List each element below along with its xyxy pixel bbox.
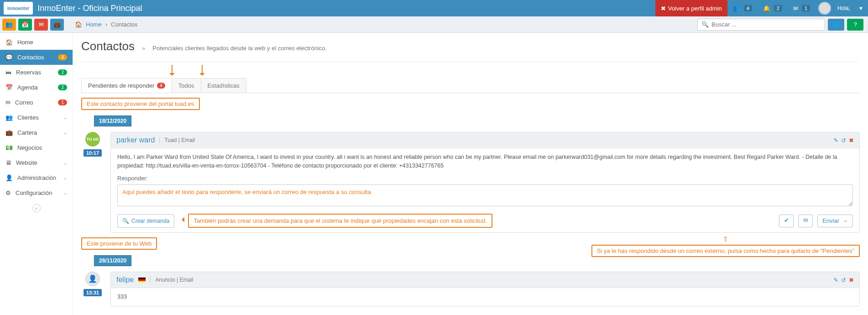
- users-icon: 👥: [733, 5, 740, 12]
- admin-icon: 👤: [5, 174, 13, 181]
- time-flag: 13:31: [84, 289, 102, 296]
- check-icon: ✔: [784, 216, 789, 225]
- annotation-origin-tuad: Este contacto proviene del portal tuad.e…: [81, 98, 200, 110]
- chevron-down-icon: ⌄: [63, 190, 67, 195]
- edit-icon[interactable]: ✎: [833, 137, 838, 144]
- sidebar-item-home[interactable]: 🏠Home: [0, 35, 73, 50]
- respond-label: Responder:: [117, 174, 853, 183]
- arrow-up-icon: ⇧: [591, 236, 860, 243]
- tab-pendientes[interactable]: Pendientes de responder 4: [81, 78, 172, 93]
- time-flag: 10:17: [84, 149, 102, 157]
- sidebar-item-clientes[interactable]: 👥Clientes⌄: [0, 110, 73, 125]
- user-avatar[interactable]: [818, 2, 831, 15]
- chevron-down-icon: ⌄: [63, 130, 67, 135]
- arrow-right-icon: →: [842, 216, 848, 226]
- topbar-notifications[interactable]: 🔔 2: [758, 0, 788, 16]
- contact-name[interactable]: parker ward: [116, 136, 155, 144]
- sidebar-item-website[interactable]: 🖥Website⌄: [0, 155, 73, 170]
- users-icon: 👥: [5, 114, 13, 121]
- edit-icon[interactable]: ✎: [833, 277, 838, 284]
- users-badge: 4: [744, 5, 752, 11]
- bell-badge: 2: [774, 5, 782, 11]
- quick-calendar-button[interactable]: 📅: [18, 19, 32, 31]
- badge: 2: [58, 69, 67, 75]
- contact-name[interactable]: felipe: [116, 276, 134, 284]
- content-area: Contactos » Potenciales clientes llegado…: [73, 33, 868, 315]
- mail-icon: ✉: [5, 99, 10, 106]
- send-button[interactable]: Enviar →: [817, 215, 853, 227]
- user-menu-caret[interactable]: ▼: [854, 0, 868, 16]
- chevron-down-icon: ⌄: [63, 160, 67, 165]
- sidebar-item-negocios[interactable]: 💵Negocios: [0, 140, 73, 155]
- mail-icon: ✉: [803, 216, 808, 225]
- sidebar-item-agenda[interactable]: 📅Agenda2: [0, 80, 73, 95]
- close-icon: ✖: [661, 5, 666, 12]
- flag-germany-icon: [138, 278, 146, 282]
- contact-body-text: Hello, I am Parker Ward from United Stat…: [117, 153, 853, 170]
- contact-meta: Anuncio | Email: [150, 277, 193, 283]
- help-button[interactable]: ?: [847, 19, 863, 31]
- cog-icon: ⚙: [5, 189, 11, 196]
- globe-button[interactable]: 🌐: [828, 19, 844, 31]
- briefcase-icon: 💼: [53, 21, 61, 28]
- origin-column: TU AD 10:17: [81, 132, 104, 233]
- chat-icon: 💬: [5, 54, 13, 61]
- page-header: Contactos » Potenciales clientes llegado…: [81, 33, 860, 62]
- mail-icon: ✉: [793, 5, 798, 12]
- tab-todos[interactable]: Todos: [172, 78, 201, 93]
- close-icon[interactable]: ✖: [849, 137, 854, 144]
- topbar: inmoenter InmoEnter - Oficina Principal …: [0, 0, 868, 16]
- mail-reply-button[interactable]: ✉: [798, 215, 813, 227]
- undo-icon[interactable]: ↺: [841, 137, 846, 144]
- screen-icon: 🖥: [5, 159, 11, 166]
- briefcase-icon: 💼: [5, 129, 13, 136]
- annotation-arrows: [81, 65, 860, 79]
- calendar-icon: 📅: [5, 84, 13, 91]
- sidebar-item-configuracion[interactable]: ⚙Configuración⌄: [0, 185, 73, 200]
- search-input[interactable]: [711, 21, 821, 28]
- app-logo[interactable]: inmoenter: [4, 2, 33, 15]
- topbar-users[interactable]: 👥 4: [727, 0, 758, 16]
- breadcrumb-home-link[interactable]: Home: [86, 21, 102, 28]
- bed-icon: 🛏: [5, 69, 11, 76]
- app-title: InmoEnter - Oficina Principal: [37, 4, 142, 13]
- chevron-down-icon: ⌄: [63, 115, 67, 120]
- back-to-admin-button[interactable]: ✖ Volver a perfil admin: [655, 0, 727, 16]
- raquo-icon: »: [142, 45, 145, 52]
- user-icon: 👤: [88, 275, 97, 283]
- undo-icon[interactable]: ↺: [841, 277, 846, 284]
- quick-users-button[interactable]: 👥: [2, 19, 16, 31]
- contact-meta: Tuad | Email: [159, 137, 195, 143]
- money-icon: 💵: [5, 144, 13, 151]
- tabs: Pendientes de responder 4 Todos Estadíst…: [81, 78, 860, 93]
- chevron-right-icon: ›: [105, 21, 107, 28]
- sidebar-item-contactos[interactable]: 💬Contactos4: [0, 50, 73, 65]
- respond-textarea[interactable]: Aquí puedes añadir el texto para respond…: [117, 184, 853, 206]
- sidebar-item-correo[interactable]: ✉Correo1: [0, 95, 73, 110]
- search-box[interactable]: 🔍: [697, 19, 825, 31]
- origin-logo-tuad: TU AD: [85, 132, 100, 147]
- topbar-mail[interactable]: ✉ 1: [788, 0, 816, 16]
- mail-icon: ✉: [39, 21, 44, 28]
- greeting-text: Hola,: [834, 5, 854, 11]
- sidebar-item-reservas[interactable]: 🛏Reservas2: [0, 65, 73, 80]
- create-demand-button[interactable]: 🔍 Crear demanda: [117, 214, 174, 228]
- tab-estadisticas[interactable]: Estadísticas: [201, 78, 246, 93]
- search-icon: 🔍: [122, 217, 129, 225]
- date-flag: 18/12/2020: [94, 116, 131, 126]
- mark-done-button[interactable]: ✔: [779, 215, 794, 227]
- chevron-down-icon: ⌄: [63, 175, 67, 180]
- origin-logo-web: 👤: [85, 272, 100, 286]
- chevron-left-icon: «: [32, 204, 41, 212]
- close-icon[interactable]: ✖: [849, 277, 854, 284]
- sidebar-collapse-button[interactable]: «: [0, 200, 73, 216]
- search-icon: 🔍: [701, 21, 709, 28]
- origin-column: 👤 13:31: [81, 272, 104, 306]
- sidebar-item-administracion[interactable]: 👤Administración⌄: [0, 170, 73, 185]
- quick-briefcase-button[interactable]: 💼: [50, 19, 64, 31]
- contact-card: TU AD 10:17 parker ward Tuad | Email ✎ ↺…: [81, 132, 860, 233]
- sidebar: 🏠Home 💬Contactos4 🛏Reservas2 📅Agenda2 ✉C…: [0, 33, 73, 315]
- annotation-mark-done: Si ya le has respondido desde un correo …: [591, 245, 860, 257]
- quick-mail-button[interactable]: ✉: [34, 19, 48, 31]
- sidebar-item-cartera[interactable]: 💼Cartera⌄: [0, 125, 73, 140]
